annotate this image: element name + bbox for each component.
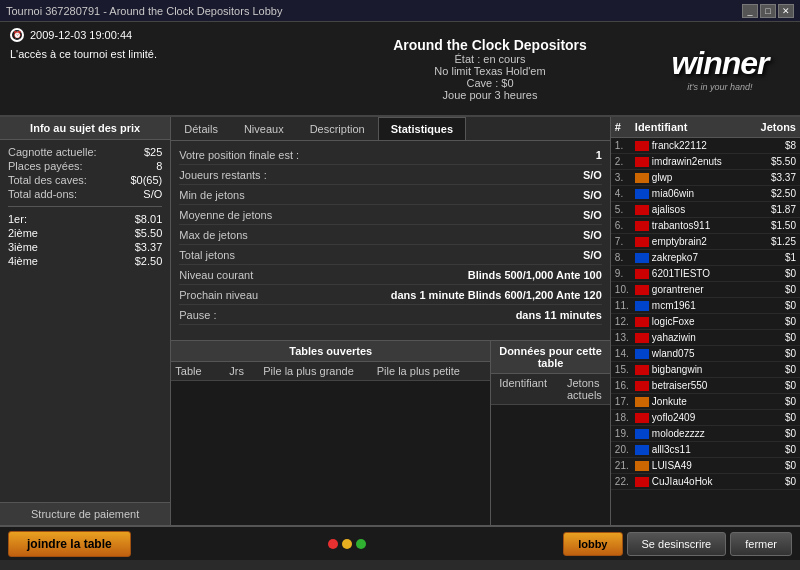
player-rank: 8. — [615, 252, 635, 263]
list-item[interactable]: 10. gorantrener $0 — [611, 282, 800, 298]
list-item[interactable]: 6. trabantos911 $1.50 — [611, 218, 800, 234]
lb-header-id: Identifiant — [635, 121, 741, 133]
header-right: winner it's in your hand! — [640, 22, 800, 115]
tab-niveaux[interactable]: Niveaux — [231, 117, 297, 140]
header-datetime: 2009-12-03 19:00:44 — [30, 29, 132, 41]
player-flag — [635, 205, 649, 215]
tables-open-header: Tables ouvertes — [171, 341, 490, 362]
player-name: CuJIau4oHok — [652, 476, 741, 487]
list-item[interactable]: 3. glwp $3.37 — [611, 170, 800, 186]
player-rank: 1. — [615, 140, 635, 151]
list-item[interactable]: 1. franck22112 $8 — [611, 138, 800, 154]
stat-moyenne-value: S/O — [583, 209, 602, 221]
list-item[interactable]: 4. mia06win $2.50 — [611, 186, 800, 202]
player-chips: $0 — [741, 284, 796, 295]
player-flag — [635, 413, 649, 423]
close-button[interactable]: ✕ — [778, 4, 794, 18]
tabs-row: Détails Niveaux Description Statistiques — [171, 117, 610, 141]
lb-header-chips: Jetons — [741, 121, 796, 133]
header-center: Around the Clock Depositors État : en co… — [340, 22, 640, 115]
leaderboard-header: # Identifiant Jetons — [611, 117, 800, 138]
header-left: ⏰ 2009-12-03 19:00:44 L'accès à ce tourn… — [0, 22, 340, 115]
winner-logo: winner it's in your hand! — [671, 45, 768, 92]
list-item[interactable]: 19. molodezzzz $0 — [611, 426, 800, 442]
list-item[interactable]: 13. yahaziwin $0 — [611, 330, 800, 346]
clock-icon: ⏰ — [10, 28, 24, 42]
close-button[interactable]: fermer — [730, 532, 792, 556]
stat-total: Total jetons S/O — [179, 249, 602, 265]
stat-pause: Pause : dans 11 minutes — [179, 309, 602, 325]
player-name: emptybrain2 — [652, 236, 741, 247]
status-dots — [328, 539, 366, 549]
prize-row-addons: Total add-ons: S/O — [8, 188, 162, 200]
list-item[interactable]: 7. emptybrain2 $1.25 — [611, 234, 800, 250]
player-rank: 7. — [615, 236, 635, 247]
title-bar-buttons: _ □ ✕ — [742, 4, 794, 18]
data-body[interactable] — [491, 405, 610, 525]
list-item[interactable]: 20. alll3cs11 $0 — [611, 442, 800, 458]
player-flag — [635, 381, 649, 391]
player-rank: 2. — [615, 156, 635, 167]
prize-row-cagnotte: Cagnotte actuelle: $25 — [8, 146, 162, 158]
player-name: Jonkute — [652, 396, 741, 407]
player-chips: $0 — [741, 428, 796, 439]
player-rank: 9. — [615, 268, 635, 279]
list-item[interactable]: 21. LUISA49 $0 — [611, 458, 800, 474]
lobby-button[interactable]: lobby — [563, 532, 622, 556]
player-flag — [635, 237, 649, 247]
player-name: yoflo2409 — [652, 412, 741, 423]
place-3-label: 3ième — [8, 241, 38, 253]
player-rank: 13. — [615, 332, 635, 343]
player-flag — [635, 397, 649, 407]
list-item[interactable]: 14. wland075 $0 — [611, 346, 800, 362]
player-name: bigbangwin — [652, 364, 741, 375]
join-table-button[interactable]: joindre la table — [8, 531, 131, 557]
tab-description[interactable]: Description — [297, 117, 378, 140]
player-rank: 16. — [615, 380, 635, 391]
place-4-value: $2.50 — [135, 255, 163, 267]
player-chips: $1 — [741, 252, 796, 263]
player-flag — [635, 157, 649, 167]
player-chips: $3.37 — [741, 172, 796, 183]
player-chips: $5.50 — [741, 156, 796, 167]
list-item[interactable]: 11. mcm1961 $0 — [611, 298, 800, 314]
lb-header-rank: # — [615, 121, 635, 133]
structure-button[interactable]: Structure de paiement — [0, 502, 170, 525]
list-item[interactable]: 16. betraiser550 $0 — [611, 378, 800, 394]
player-rank: 19. — [615, 428, 635, 439]
maximize-button[interactable]: □ — [760, 4, 776, 18]
tables-body[interactable] — [171, 381, 490, 525]
list-item[interactable]: 9. 6201TIESTO $0 — [611, 266, 800, 282]
cagnotte-label: Cagnotte actuelle: — [8, 146, 97, 158]
cave-amount: Cave : $0 — [466, 77, 513, 89]
list-item[interactable]: 12. logicFoxe $0 — [611, 314, 800, 330]
player-rank: 21. — [615, 460, 635, 471]
list-item[interactable]: 8. zakrepko7 $1 — [611, 250, 800, 266]
player-rank: 15. — [615, 364, 635, 375]
stat-niveau-courant: Niveau courant Blinds 500/1,000 Ante 100 — [179, 269, 602, 285]
leaderboard-body[interactable]: 1. franck22112 $8 2. imdrawin2enuts $5.5… — [611, 138, 800, 525]
minimize-button[interactable]: _ — [742, 4, 758, 18]
player-rank: 3. — [615, 172, 635, 183]
tab-details[interactable]: Détails — [171, 117, 231, 140]
player-flag — [635, 317, 649, 327]
list-item[interactable]: 2. imdrawin2enuts $5.50 — [611, 154, 800, 170]
list-item[interactable]: 17. Jonkute $0 — [611, 394, 800, 410]
tab-statistiques[interactable]: Statistiques — [378, 117, 466, 140]
player-chips: $0 — [741, 300, 796, 311]
list-item[interactable]: 15. bigbangwin $0 — [611, 362, 800, 378]
player-flag — [635, 349, 649, 359]
list-item[interactable]: 18. yoflo2409 $0 — [611, 410, 800, 426]
player-name: 6201TIESTO — [652, 268, 741, 279]
unregister-button[interactable]: Se desinscrire — [627, 532, 727, 556]
prize-place-4: 4ième $2.50 — [8, 255, 162, 267]
stat-total-value: S/O — [583, 249, 602, 261]
place-3-value: $3.37 — [135, 241, 163, 253]
right-buttons: lobby Se desinscrire fermer — [563, 532, 792, 556]
list-item[interactable]: 22. CuJIau4oHok $0 — [611, 474, 800, 490]
stat-position: Votre position finale est : 1 — [179, 149, 602, 165]
list-item[interactable]: 5. ajalisos $1.87 — [611, 202, 800, 218]
player-flag — [635, 333, 649, 343]
player-name: mcm1961 — [652, 300, 741, 311]
col-identifiant: Identifiant — [499, 377, 547, 401]
